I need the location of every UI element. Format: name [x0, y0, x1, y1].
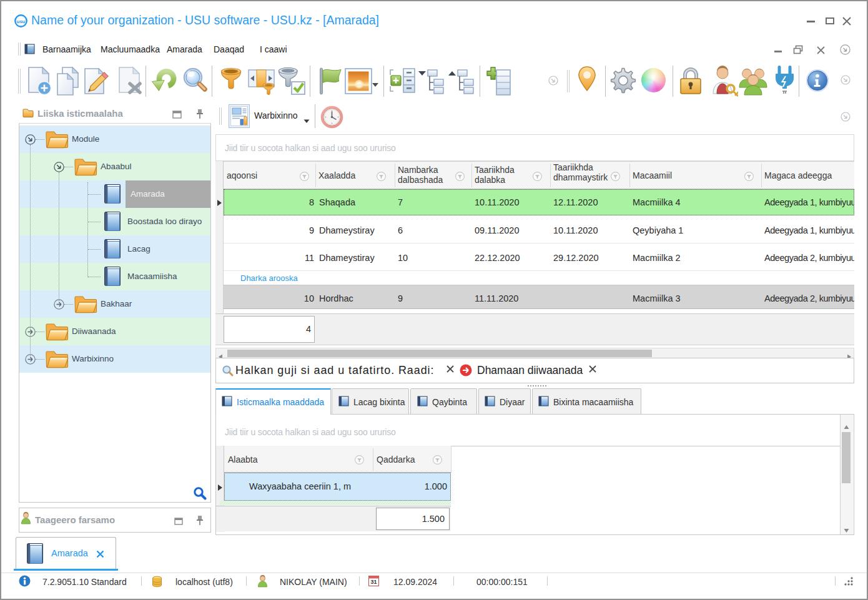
svg-text:usu: usu: [17, 19, 26, 24]
svg-text:31: 31: [370, 579, 377, 585]
